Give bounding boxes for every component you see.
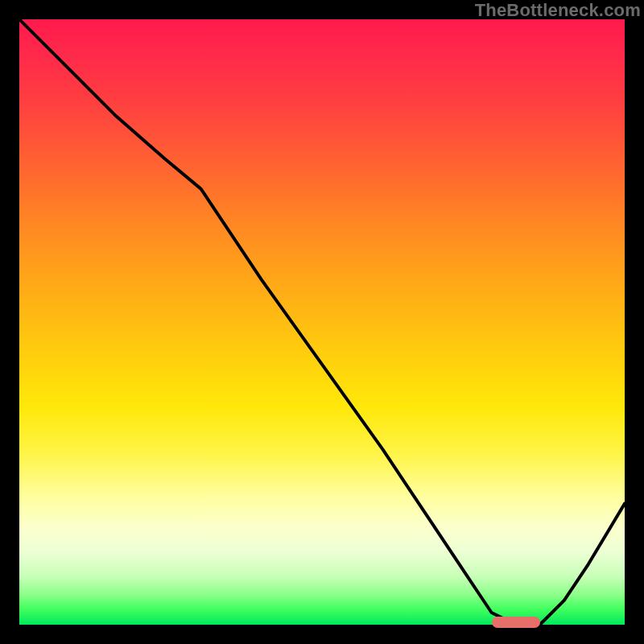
optimal-range-marker [492, 617, 540, 628]
curve-path [19, 19, 625, 625]
bottleneck-curve [19, 19, 625, 625]
chart-frame [19, 19, 625, 625]
watermark-text: TheBottleneck.com [475, 0, 641, 21]
